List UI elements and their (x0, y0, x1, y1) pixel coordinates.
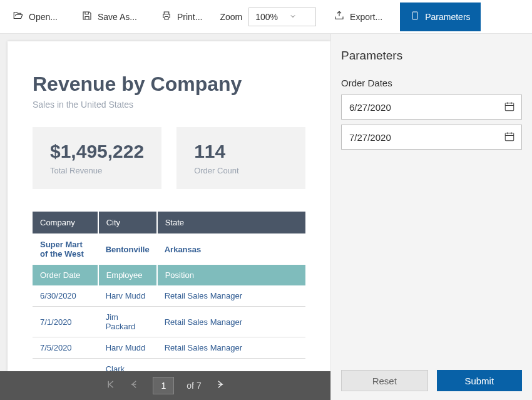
group-state: Arkansas (157, 233, 305, 265)
pager: of 7 (0, 371, 330, 400)
svg-rect-1 (505, 103, 514, 110)
export-button[interactable]: Export... (327, 6, 389, 27)
col-order-date: Order Date (33, 265, 98, 285)
date-to-value: 7/27/2020 (349, 132, 391, 143)
order-dates-label: Order Dates (341, 78, 522, 88)
page-input[interactable] (153, 377, 174, 394)
save-as-label: Save As... (98, 12, 137, 22)
col-state: State (157, 212, 305, 233)
page-of: of 7 (187, 381, 201, 391)
panel-title: Parameters (341, 49, 522, 63)
col-employee: Employee (98, 265, 157, 285)
cell-date: 7/1/2020 (33, 307, 98, 337)
print-label: Print... (177, 12, 202, 22)
cell-position: Retail Sales Manager (157, 337, 305, 359)
panel-icon (410, 11, 420, 23)
first-page-icon[interactable] (105, 379, 116, 392)
col-company: Company (33, 212, 98, 233)
zoom-label: Zoom (220, 12, 242, 22)
submit-label: Submit (464, 376, 494, 386)
cell-employee: Harv Mudd (98, 337, 157, 359)
col-city: City (98, 212, 157, 233)
zoom-select[interactable]: 100% (248, 8, 316, 26)
group-row: Super Mart of the West Bentonville Arkan… (33, 233, 305, 265)
zoom-value: 100% (255, 12, 278, 22)
kpi-value: 114 (194, 141, 288, 162)
cell-date: 7/5/2020 (33, 337, 98, 359)
table-row: 7/5/2020 Harv Mudd Retail Sales Manager (33, 337, 305, 359)
cell-position: Retail Sales Manager (157, 285, 305, 307)
folder-open-icon (13, 10, 24, 23)
cell-position: Retail Sales Manager (157, 307, 305, 337)
cell-date: 6/30/2020 (33, 285, 98, 307)
report-table: Company City State Super Mart of the Wes… (33, 212, 305, 371)
next-page-icon[interactable] (214, 379, 225, 392)
report-title: Revenue by Company (33, 73, 305, 96)
cell-employee: Jim Packard (98, 307, 157, 337)
parameters-toggle-label: Parameters (425, 12, 470, 22)
open-label: Open... (29, 12, 58, 22)
reset-label: Reset (372, 376, 397, 386)
parameters-panel: Parameters Order Dates 6/27/2020 7/27/20… (330, 34, 532, 400)
kpi-value: $1,495,222 (50, 141, 144, 162)
report-viewer: Revenue by Company Sales in the United S… (0, 34, 330, 400)
group-company: Super Mart of the West (33, 233, 98, 265)
table-header: Company City State (33, 212, 305, 233)
cell-position: Retail Sales Manager (157, 359, 305, 372)
date-from-value: 6/27/2020 (349, 102, 391, 113)
date-from-field[interactable]: 6/27/2020 (341, 95, 522, 120)
chevron-down-icon (289, 12, 297, 22)
parameters-toggle[interactable]: Parameters (400, 3, 480, 31)
cell-date: 7/10/2020 (33, 359, 98, 372)
toolbar: Open... Save As... Print... Zoom 100% Ex… (0, 0, 532, 34)
reset-button[interactable]: Reset (341, 370, 428, 391)
kpi-order-count: 114 Order Count (176, 127, 305, 189)
table-row: 7/10/2020 Clark Morgan Retail Sales Mana… (33, 359, 305, 372)
kpi-total-revenue: $1,495,222 Total Revenue (33, 127, 161, 189)
zoom-group: Zoom 100% (220, 8, 316, 26)
sub-header: Order Date Employee Position (33, 265, 305, 285)
table-row: 6/30/2020 Harv Mudd Retail Sales Manager (33, 285, 305, 307)
svg-rect-2 (505, 133, 514, 140)
cell-employee: Harv Mudd (98, 285, 157, 307)
calendar-icon (504, 101, 515, 114)
save-icon (81, 10, 93, 23)
submit-button[interactable]: Submit (437, 370, 523, 391)
report-page: Revenue by Company Sales in the United S… (8, 41, 330, 371)
kpi-label: Order Count (194, 166, 288, 175)
save-as-button[interactable]: Save As... (75, 6, 143, 27)
kpi-label: Total Revenue (50, 166, 144, 175)
export-icon (334, 10, 345, 23)
export-label: Export... (350, 12, 382, 22)
report-subtitle: Sales in the United States (33, 100, 305, 110)
prev-page-icon[interactable] (129, 379, 140, 392)
svg-rect-0 (412, 12, 417, 19)
group-city: Bentonville (98, 233, 157, 265)
cell-employee: Clark Morgan (98, 359, 157, 372)
open-button[interactable]: Open... (6, 6, 64, 27)
print-icon (161, 10, 172, 23)
col-position: Position (157, 265, 305, 285)
date-to-field[interactable]: 7/27/2020 (341, 125, 522, 150)
calendar-icon (504, 131, 515, 144)
print-button[interactable]: Print... (155, 6, 208, 27)
table-row: 7/1/2020 Jim Packard Retail Sales Manage… (33, 307, 305, 337)
